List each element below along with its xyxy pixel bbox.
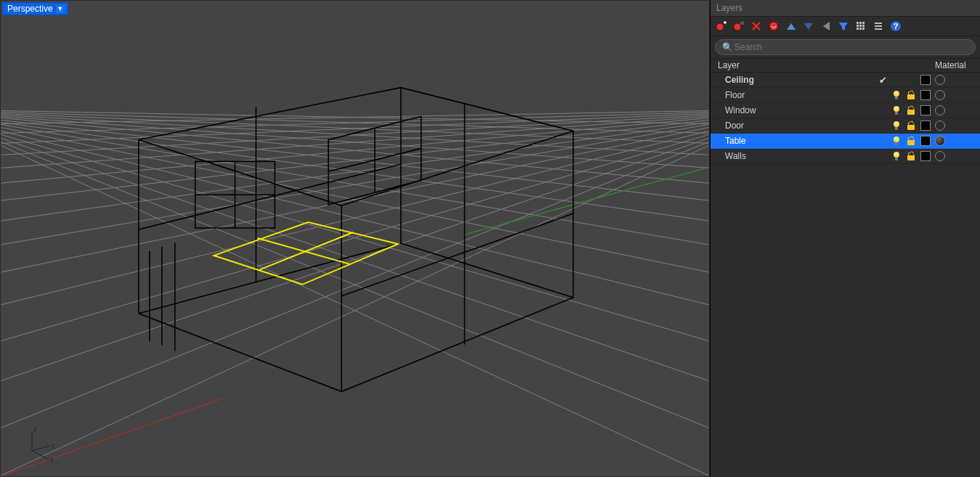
svg-text:z: z — [33, 425, 37, 433]
visibility-bulb-icon[interactable] — [891, 151, 902, 161]
help-icon[interactable]: ? — [889, 20, 902, 33]
search-input[interactable] — [715, 39, 976, 55]
collapse-icon[interactable] — [819, 20, 833, 33]
panel-title: Layers — [710, 0, 980, 17]
col-layer[interactable]: Layer — [715, 60, 877, 70]
lock-icon[interactable] — [906, 90, 916, 100]
svg-point-60 — [734, 23, 741, 30]
new-layer-icon[interactable] — [715, 20, 728, 33]
layers-header: Layer Material — [710, 59, 980, 73]
svg-rect-65 — [862, 22, 864, 24]
visibility-bulb-icon[interactable] — [891, 105, 902, 115]
svg-line-40 — [341, 213, 573, 296]
material-slot[interactable] — [935, 75, 945, 85]
viewport-name: Perspective — [7, 4, 53, 14]
material-slot[interactable] — [935, 90, 945, 100]
svg-text:y: y — [52, 441, 55, 449]
axis-gizmo: z y x — [21, 425, 57, 462]
current-layer-check-icon[interactable] — [877, 105, 888, 116]
current-layer-check-icon[interactable] — [877, 89, 888, 101]
search-wrap: 🔍 — [710, 36, 980, 59]
material-slot[interactable] — [935, 136, 945, 146]
layer-row[interactable]: Door — [710, 118, 980, 134]
current-layer-check-icon[interactable] — [877, 135, 888, 147]
color-swatch[interactable] — [920, 121, 931, 131]
svg-point-62 — [769, 22, 778, 30]
svg-rect-66 — [857, 25, 859, 27]
svg-point-59 — [716, 23, 724, 30]
lock-icon[interactable] — [906, 151, 916, 161]
move-up-icon[interactable] — [785, 20, 798, 33]
perspective-viewport[interactable]: Perspective ▼ z y x — [0, 0, 710, 477]
color-swatch[interactable] — [920, 90, 931, 100]
color-swatch[interactable] — [920, 151, 931, 161]
layers-circle-icon[interactable] — [767, 20, 780, 33]
layer-name: Door — [715, 121, 877, 131]
move-down-icon[interactable] — [802, 20, 815, 33]
layer-row[interactable]: Floor — [710, 88, 980, 103]
material-slot[interactable] — [935, 105, 945, 115]
svg-rect-61 — [740, 22, 744, 25]
current-layer-check-icon[interactable]: ✔ — [877, 74, 888, 86]
layer-row[interactable]: Ceiling✔ — [710, 73, 980, 88]
col-material[interactable]: Material — [935, 60, 976, 70]
filter-icon[interactable] — [837, 20, 850, 33]
lock-icon[interactable] — [906, 121, 916, 131]
material-slot[interactable] — [935, 121, 945, 131]
viewport-label[interactable]: Perspective ▼ — [2, 2, 68, 15]
layer-name: Ceiling — [715, 75, 877, 85]
visibility-bulb-icon[interactable] — [891, 136, 902, 146]
layers-toolbar: ? — [710, 17, 980, 36]
viewport-dropdown-icon[interactable]: ▼ — [56, 4, 65, 13]
layers-list: Ceiling✔FloorWindowDoorTableWalls — [710, 73, 980, 164]
grid-icon[interactable] — [854, 20, 867, 33]
svg-rect-68 — [862, 25, 864, 27]
svg-text:x: x — [50, 456, 54, 462]
lock-icon[interactable] — [906, 105, 916, 115]
current-layer-check-icon[interactable] — [877, 120, 888, 131]
layer-row[interactable]: Walls — [710, 149, 980, 164]
color-swatch[interactable] — [920, 75, 931, 85]
layer-row[interactable]: Window — [710, 103, 980, 118]
svg-rect-63 — [857, 22, 859, 24]
svg-rect-64 — [859, 22, 862, 24]
layer-name: Table — [715, 136, 877, 146]
svg-line-55 — [32, 451, 49, 460]
viewport-canvas — [1, 1, 709, 476]
color-swatch[interactable] — [920, 105, 931, 115]
lock-icon[interactable] — [906, 136, 916, 146]
layer-name: Floor — [715, 90, 877, 100]
new-sublayer-icon[interactable] — [732, 20, 745, 33]
svg-rect-71 — [862, 28, 864, 30]
delete-layer-icon[interactable] — [750, 20, 763, 33]
visibility-bulb-icon[interactable] — [891, 121, 902, 131]
menu-icon[interactable] — [872, 20, 885, 33]
svg-line-54 — [32, 446, 50, 451]
svg-rect-69 — [857, 28, 859, 30]
svg-rect-67 — [859, 25, 862, 27]
material-slot[interactable] — [935, 151, 945, 161]
layer-name: Walls — [715, 151, 877, 161]
layer-row[interactable]: Table — [710, 134, 980, 149]
current-layer-check-icon[interactable] — [877, 150, 888, 162]
svg-rect-70 — [859, 28, 862, 30]
visibility-bulb-icon[interactable] — [891, 90, 902, 100]
layers-panel: Layers ? 🔍 — [710, 0, 980, 477]
color-swatch[interactable] — [920, 136, 931, 146]
layer-name: Window — [715, 105, 877, 115]
svg-marker-50 — [214, 222, 398, 285]
svg-text:?: ? — [894, 22, 899, 30]
